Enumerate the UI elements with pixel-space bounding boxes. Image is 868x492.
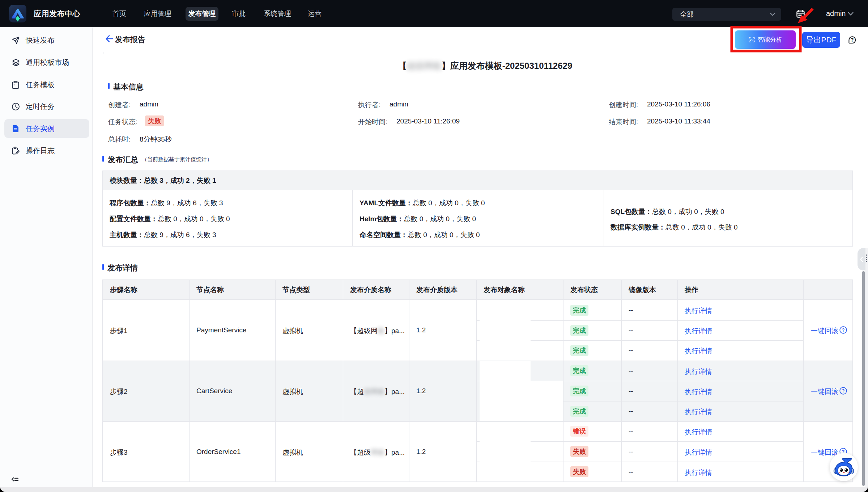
svg-text:?: ? xyxy=(851,37,854,43)
svg-text:AI: AI xyxy=(750,38,754,42)
svg-text:?: ? xyxy=(842,328,845,333)
svg-text:?: ? xyxy=(842,388,845,394)
